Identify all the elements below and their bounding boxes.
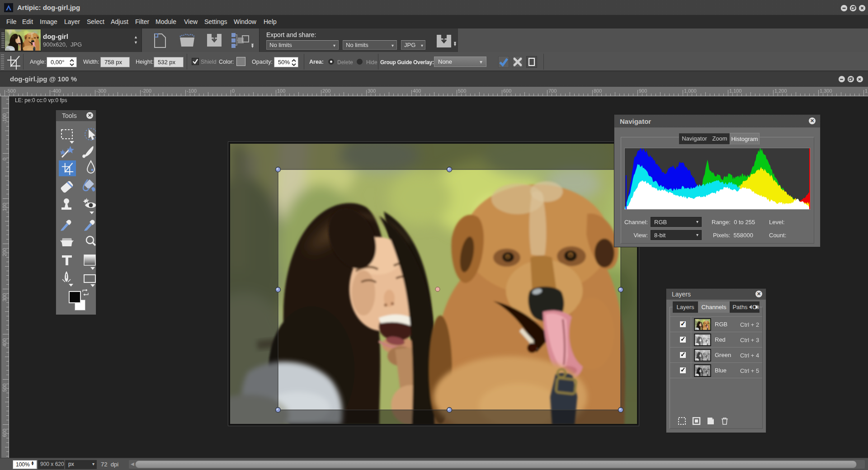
svg-text:900: 900 — [639, 88, 647, 94]
svg-text:200: 200 — [2, 248, 7, 256]
svg-text:100: 100 — [2, 203, 7, 211]
svg-text:1,000: 1,000 — [684, 88, 697, 94]
svg-text:-400: -400 — [51, 88, 61, 94]
svg-text:500: 500 — [2, 384, 7, 392]
svg-text:-300: -300 — [96, 88, 106, 94]
svg-text:1,200: 1,200 — [774, 88, 787, 94]
svg-text:-200: -200 — [142, 88, 151, 94]
svg-text:1,100: 1,100 — [729, 88, 742, 94]
svg-text:300: 300 — [368, 88, 376, 94]
svg-text:600: 600 — [503, 88, 511, 94]
svg-text:-100: -100 — [187, 88, 197, 94]
svg-text:0: 0 — [232, 88, 235, 94]
svg-text:100: 100 — [277, 88, 285, 94]
svg-text:-500: -500 — [6, 88, 16, 94]
svg-text:400: 400 — [2, 338, 7, 347]
svg-text:500: 500 — [458, 88, 466, 94]
svg-text:0: 0 — [2, 158, 7, 160]
svg-text:400: 400 — [413, 88, 421, 94]
svg-text:300: 300 — [2, 293, 7, 301]
svg-text:800: 800 — [594, 88, 602, 94]
svg-text:200: 200 — [322, 88, 330, 94]
svg-text:600: 600 — [2, 429, 7, 437]
svg-text:700: 700 — [548, 88, 557, 94]
svg-text:1,400: 1,400 — [865, 88, 868, 94]
svg-text:-100: -100 — [2, 113, 7, 123]
svg-text:1,300: 1,300 — [820, 88, 832, 94]
